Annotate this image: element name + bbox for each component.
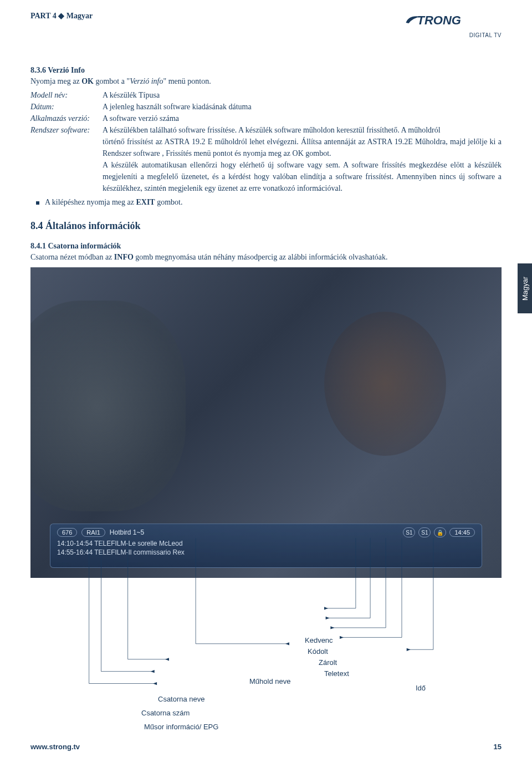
label-kodolt: Kódolt — [308, 647, 328, 656]
label-muhold: Műhold neve — [249, 677, 290, 685]
label-csatorna-szam: Csatorna szám — [141, 709, 190, 717]
exit-bullet: A kilépéshez nyomja meg az EXIT gombot. — [36, 196, 502, 208]
def-value: A jelenleg használt software kiadásának … — [103, 101, 502, 113]
label-zarolt: Zárolt — [319, 658, 337, 667]
square-bullet-icon — [36, 201, 39, 205]
svg-marker-23 — [285, 642, 289, 645]
svg-marker-19 — [324, 607, 328, 609]
label-musor: Műsor információ/ EPG — [144, 723, 218, 731]
def-value: A készülékben található software frissít… — [103, 124, 502, 136]
label-kedvenc: Kedvenc — [305, 636, 333, 644]
label-ido: Idő — [416, 684, 426, 692]
logo-subtitle: DIGITAL TV — [402, 32, 502, 38]
satellite-name: Hotbird 1~5 — [110, 529, 144, 536]
epg-line-2: 14:55-16:44 TELEFILM-Il commissario Rex — [57, 548, 475, 556]
background-shape — [30, 301, 186, 511]
def-label: Alkalmazás verzió: — [30, 113, 103, 124]
clock-pill: 14:45 — [449, 528, 475, 537]
lang-label: Magyar — [66, 12, 93, 20]
section-836-intro: Nyomja meg az OK gombot a "Verzió info" … — [30, 77, 502, 86]
brand-logo: TRONG DIGITAL TV — [402, 11, 502, 38]
svg-marker-20 — [326, 617, 330, 619]
def-row: Alkalmazás verzió: A software verzió szá… — [30, 113, 502, 124]
def-value: A készülék Típusa — [103, 89, 502, 101]
def-label: Dátum: — [30, 101, 103, 113]
strong-logo-icon: TRONG — [402, 11, 502, 29]
footer-url: www.strong.tv — [30, 743, 80, 751]
def-row: Dátum: A jelenleg használt software kiad… — [30, 101, 502, 113]
label-teletext: Teletext — [324, 669, 349, 678]
favorite-icon: S1 — [403, 527, 415, 537]
part-label: PART 4 — [30, 12, 57, 20]
channel-info-banner: 676 RAI1 Hotbird 1~5 S1 S1 🔒 14:45 14:10… — [50, 524, 482, 568]
page-header: PART 4 ◆ Magyar — [30, 11, 93, 21]
page-footer: www.strong.tv 15 — [30, 743, 502, 751]
diamond-sep: ◆ — [58, 12, 66, 20]
svg-marker-26 — [151, 670, 155, 673]
section-836-title: 8.3.6 Verzió Info — [30, 66, 502, 75]
scramble-icon: S1 — [418, 527, 431, 537]
svg-marker-27 — [153, 682, 157, 685]
language-side-tab: Magyar — [518, 263, 532, 313]
lock-icon: 🔒 — [434, 527, 446, 537]
epg-line-1: 14:10-14:54 TELEFILM-Le sorelle McLeod — [57, 540, 475, 547]
svg-marker-25 — [165, 658, 169, 661]
svg-marker-24 — [407, 648, 411, 651]
def-row: Rendszer software: A készülékben találha… — [30, 124, 502, 136]
section-836-body: történő frissítést az ASTRA 19.2 E műhol… — [103, 136, 502, 194]
svg-text:TRONG: TRONG — [417, 13, 461, 27]
background-shape — [324, 312, 446, 456]
def-label: Rendszer software: — [30, 124, 103, 136]
def-row: Modell név: A készülék Típusa — [30, 89, 502, 101]
label-csatorna-neve: Csatorna neve — [158, 695, 205, 703]
channel-number-pill: 676 — [57, 528, 77, 537]
svg-marker-21 — [330, 626, 334, 629]
heading-84: 8.4 Általános információk — [30, 220, 502, 232]
def-label: Modell név: — [30, 89, 103, 101]
section-841-intro: Csatorna nézet módban az INFO gomb megny… — [30, 253, 502, 262]
footer-page: 15 — [494, 743, 502, 751]
tv-screenshot: 676 RAI1 Hotbird 1~5 S1 S1 🔒 14:45 14:10… — [30, 267, 502, 578]
def-value: A software verzió száma — [103, 113, 502, 124]
channel-name-pill: RAI1 — [81, 528, 105, 537]
section-841-title: 8.4.1 Csatorna információk — [30, 242, 502, 251]
svg-marker-22 — [340, 636, 344, 639]
